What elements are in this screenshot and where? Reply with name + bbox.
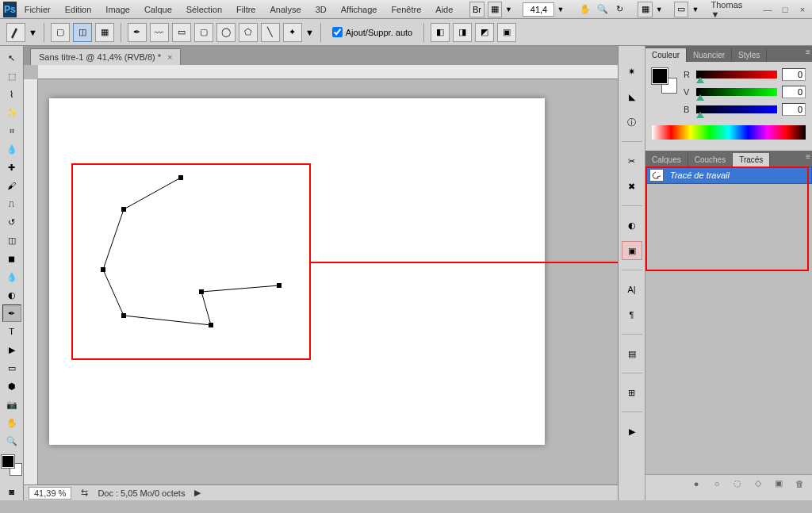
slider-r[interactable]: R 0 [684,68,806,81]
clone-source-icon[interactable]: ▣ [622,241,642,260]
panel-fg-swatch[interactable] [652,68,668,84]
path-ops-3[interactable]: ◩ [475,23,494,42]
tab-couleur[interactable]: Couleur [645,48,687,62]
tab-traces[interactable]: Tracés [733,153,770,167]
pen-tool[interactable]: ✒ [2,304,21,322]
blur-tool[interactable]: 💧 [2,268,21,285]
path-ops-1[interactable]: ◧ [431,23,450,42]
fill-path-icon[interactable]: ● [690,477,703,490]
menu-fenetre[interactable]: Fenêtre [385,2,427,17]
notes-icon[interactable]: ▤ [622,344,642,363]
menu-affichage[interactable]: Affichage [335,2,384,17]
path-from-selection-icon[interactable]: ◇ [752,477,764,490]
stroke-path-icon[interactable]: ○ [710,477,723,490]
hand-tool[interactable]: ✋ [2,414,21,431]
slider-v[interactable]: V 0 [684,86,806,98]
quick-mask-button[interactable]: ◙ [2,483,21,500]
color-spectrum[interactable] [652,125,806,140]
document-tab[interactable]: Sans titre-1 @ 41,4% (RVB/8) * × [30,48,181,65]
history-brush-tool[interactable]: ↺ [2,213,21,231]
character-icon[interactable]: A| [622,280,642,299]
healing-tool[interactable]: ✚ [2,159,21,176]
shape-dropdown-icon[interactable]: ▼ [305,28,314,37]
menu-edition[interactable]: Edition [59,2,98,17]
eyedropper-tool[interactable]: 💧 [2,140,21,158]
brush-panel-icon[interactable]: ◐ [622,216,642,235]
slider-value[interactable]: 0 [782,68,806,81]
info-icon[interactable]: ⓘ [622,113,642,132]
workspace-name[interactable]: Thomas ▼ [703,0,753,21]
3d-tool[interactable]: ⬢ [2,377,21,395]
slider-track[interactable] [696,71,777,78]
custom-shape-icon[interactable]: ✦ [283,23,302,42]
marquee-tool[interactable]: ⬚ [2,67,21,85]
zoom-field[interactable]: 41,4 [523,2,554,17]
vector-path[interactable] [24,65,603,484]
slider-value[interactable]: 0 [782,86,806,98]
menu-analyse[interactable]: Analyse [264,2,308,17]
zoom-tool[interactable]: 🔍 [2,432,21,450]
selection-from-path-icon[interactable]: ◌ [731,477,744,490]
path-item-work[interactable]: Tracé de travail [645,167,812,184]
dodge-tool[interactable]: ◐ [2,286,21,304]
color-panel-menu-icon[interactable]: ≡ [806,48,810,56]
type-tool[interactable]: T [2,323,21,340]
screen-mode-button[interactable]: ▭ [674,2,688,17]
menu-image[interactable]: Image [99,2,136,17]
slider-b[interactable]: B 0 [684,103,806,116]
path-ops-2[interactable]: ◨ [453,23,472,42]
tab-nuancier[interactable]: Nuancier [687,48,732,62]
preset-dropdown-icon[interactable]: ▼ [29,28,37,37]
tab-styles[interactable]: Styles [732,48,767,62]
close-button[interactable]: × [796,5,809,14]
status-zoom[interactable]: 41,39 % [29,487,71,500]
shape-tool[interactable]: ▭ [2,359,21,377]
new-path-icon[interactable]: ▣ [772,477,785,490]
menu-filtre[interactable]: Filtre [230,2,262,17]
canvas-viewport[interactable] [24,65,618,484]
arrange-dropdown-icon[interactable]: ▼ [655,6,664,13]
pen-icon[interactable]: ✒ [128,23,147,42]
adjustments-icon[interactable]: ✂ [622,151,642,170]
path-select-tool[interactable]: ▶ [2,341,21,358]
maximize-button[interactable]: □ [779,5,791,14]
minimize-button[interactable]: — [761,5,774,14]
tab-calques[interactable]: Calques [645,153,688,167]
fill-pixels-button[interactable]: ▦ [95,23,114,42]
masks-icon[interactable]: ✖ [622,177,642,196]
panel-color-swatches[interactable] [652,68,677,94]
slider-thumb[interactable] [696,112,704,118]
histogram-icon[interactable]: ◣ [622,87,642,106]
menu-aide[interactable]: Aide [429,2,459,17]
delete-path-icon[interactable]: 🗑 [793,477,806,490]
rect-shape-icon[interactable]: ▭ [172,23,191,42]
menu-fichier[interactable]: Fichier [18,2,57,17]
arrange-button[interactable]: ▦ [638,2,652,17]
color-swatches[interactable] [2,455,22,476]
move-tool[interactable]: ↖ [2,49,21,67]
pen-tool-preset-icon[interactable] [6,23,25,42]
foreground-swatch[interactable] [2,455,14,468]
eraser-tool[interactable]: ◫ [2,232,21,249]
slider-thumb[interactable] [696,77,704,83]
line-icon[interactable]: ╲ [261,23,280,42]
stamp-tool[interactable]: ⎍ [2,195,21,212]
brush-tool[interactable]: 🖌 [2,177,21,194]
menu-calque[interactable]: Calque [138,2,178,17]
screen-dropdown-icon[interactable]: ▼ [691,6,699,13]
3d-camera-tool[interactable]: 📷 [2,396,21,413]
rounded-rect-icon[interactable]: ▢ [194,23,213,42]
zoom-dropdown-icon[interactable]: ▼ [556,6,565,13]
slider-value[interactable]: 0 [782,103,806,116]
actions-icon[interactable]: ▶ [622,422,642,441]
status-scrub-icon[interactable]: ⇆ [81,488,88,498]
navigator-icon[interactable]: ✷ [622,62,642,81]
slider-track[interactable] [696,88,777,96]
slider-track[interactable] [696,105,777,113]
ellipse-icon[interactable]: ◯ [216,23,236,42]
paths-panel-menu-icon[interactable]: ≡ [806,152,810,161]
lasso-tool[interactable]: ⌇ [2,86,21,103]
freeform-pen-icon[interactable]: 〰 [150,23,169,42]
wand-tool[interactable]: ✨ [2,104,21,121]
path-ops-4[interactable]: ▣ [497,23,516,42]
